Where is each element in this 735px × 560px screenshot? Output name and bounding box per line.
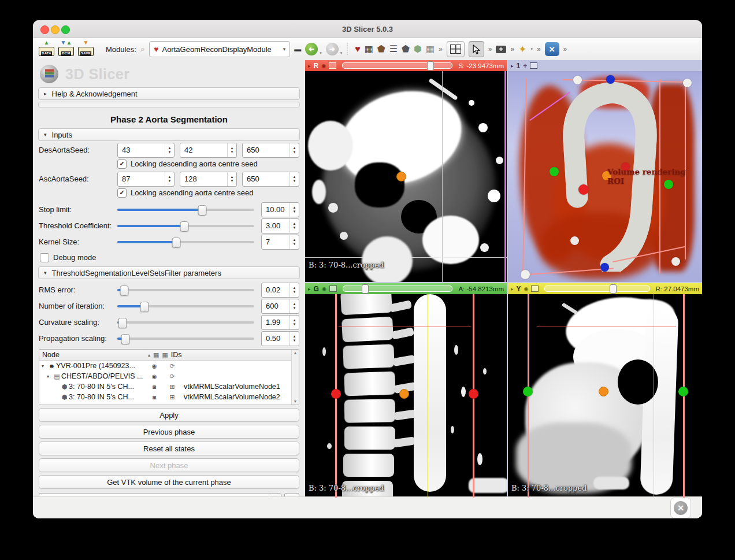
favorite-module-segment-icon[interactable]: ⬟ [402,44,410,54]
crosshair-plus-icon[interactable]: + [523,62,527,70]
error-log-close-button[interactable]: ✕ [670,498,691,518]
mouse-mode-overflow-chevron[interactable]: » [488,45,492,53]
caret-down-icon[interactable]: ▾ [42,364,47,369]
spinner-arrows[interactable]: ▲▼ [165,172,174,186]
spinner-arrows[interactable]: ▲▼ [289,203,299,217]
roi-corner-handle[interactable] [573,76,582,84]
tree-scrollbar[interactable]: ▲▼ [291,350,299,405]
lock-descending-checkbox[interactable]: ✓ [117,160,127,169]
threshold-coefficient-spinbox[interactable]: ▲▼ [261,218,299,233]
iterations-input[interactable] [262,299,289,313]
spinner-arrows[interactable]: ▲▼ [289,283,299,297]
roi-corner-handle[interactable] [671,257,680,266]
volume-display-icon[interactable]: ◙ [148,394,161,400]
layout-selector-button[interactable] [447,41,465,57]
favorite-module-models-icon[interactable]: ⬢ [414,44,422,54]
descending-seed-marker[interactable] [396,172,406,181]
seed-marker[interactable] [399,389,409,399]
filter-parameters-section[interactable]: ▾ ThresholdSegmentationLevelSetsFilter p… [38,266,300,279]
roi-face-handle[interactable] [550,167,559,176]
screenshot-capture-icon[interactable] [496,46,506,53]
stop-limit-spinbox[interactable]: ▲▼ [261,202,299,217]
spinner-arrows[interactable]: ▲▼ [289,143,299,157]
transform-icon[interactable]: ⟳ [161,373,184,380]
spinner-arrows[interactable]: ▲▼ [289,316,299,329]
collapse-chevron-icon[interactable]: ▸ [308,63,311,69]
slider-knob[interactable] [140,302,149,312]
curvature-scaling-slider[interactable] [117,321,254,324]
slider-knob[interactable] [121,334,130,344]
inputs-section[interactable]: ▾ Inputs [38,128,300,141]
slice-slider-handle[interactable] [610,284,617,294]
collapsed-separator-bar[interactable] [38,102,300,107]
des-seed-z-input[interactable] [243,143,289,157]
slider-knob[interactable] [118,318,127,328]
yellow-slice-slider[interactable] [544,285,649,292]
back-history-dropdown[interactable]: ▾ [320,51,322,55]
apply-button[interactable]: Apply [39,408,299,422]
module-search-icon[interactable]: ⌕ [140,44,145,54]
pushpin-icon[interactable]: ◉ [322,286,326,292]
yellow-slice-image[interactable]: B: 3: 70-8...cropped [508,294,702,498]
visibility-column-icon[interactable]: ▦ [153,351,159,359]
table-icon[interactable]: ⊞ [161,383,184,391]
slice-slider-handle[interactable] [362,284,369,294]
table-icon[interactable]: ⊞ [161,394,184,401]
slider-knob[interactable] [180,221,189,232]
sort-indicator-icon[interactable]: ▴ [148,353,150,358]
spinner-arrows[interactable]: ▲▼ [289,219,299,233]
roi-corner-handle[interactable] [521,270,530,279]
spinner-arrows[interactable]: ▲▼ [289,299,299,313]
favorites-overflow-chevron[interactable]: » [439,45,443,53]
spinner-arrows[interactable]: ▲▼ [227,172,236,186]
des-seed-y-spinbox[interactable]: ▲▼ [180,143,237,158]
roi-handle[interactable] [523,387,533,396]
des-seed-z-spinbox[interactable]: ▲▼ [242,143,299,158]
favorite-module-volumes-icon[interactable]: ▦ [365,44,373,54]
visibility-eye-icon[interactable]: ◉ [148,373,161,380]
iterations-spinbox[interactable]: ▲▼ [261,299,299,314]
previous-phase-button[interactable]: Previous phase [39,425,299,439]
rms-error-slider[interactable] [117,289,254,291]
collapse-chevron-icon[interactable]: ▸ [511,286,514,292]
module-history-forward-button[interactable]: ➜ [326,43,339,55]
kernel-size-slider[interactable] [117,241,254,243]
view-link-icon[interactable] [329,62,336,69]
green-slice-slider[interactable] [343,285,453,292]
spinner-arrows[interactable]: ▲▼ [165,143,174,157]
favorite-module-welcome-icon[interactable]: ⬟ [377,44,385,54]
slider-knob[interactable] [198,205,206,216]
asc-seed-y-input[interactable] [180,172,227,186]
transform-icon[interactable]: ⟳ [161,362,184,370]
collapse-chevron-icon[interactable]: ▸ [308,286,311,292]
extensions-overflow-chevron[interactable]: » [563,45,567,53]
pushpin-icon[interactable]: ◉ [524,286,529,292]
favorite-module-data-icon[interactable]: ☰ [389,44,398,54]
tree-row-patient[interactable]: ▾ ☻ YVR-001Pre (1450923... ◉ ⟳ [39,361,299,371]
roi-handle[interactable] [678,387,688,396]
red-slice-slider[interactable] [342,62,452,69]
view-link-icon[interactable] [329,285,337,292]
curvature-scaling-input[interactable] [262,316,289,329]
volume-display-icon[interactable]: ◙ [148,384,161,390]
stop-limit-input[interactable] [262,203,289,217]
mouse-mode-pointer-button[interactable] [469,41,484,57]
seed-marker[interactable] [599,387,608,396]
spinner-arrows[interactable]: ▲▼ [289,172,299,186]
get-vtk-volume-button[interactable]: Get VTK volume of the current phase [39,475,299,489]
reset-all-states-button[interactable]: Reset all states [39,442,299,455]
capture-overflow-chevron[interactable]: » [510,45,514,53]
asc-seed-x-input[interactable] [118,172,165,186]
subject-hierarchy-tree[interactable]: Node ▴ ▦ ▦ IDs ▾ ☻ YVR-001Pre (1450923..… [39,349,299,405]
propagation-scaling-slider[interactable] [117,338,254,340]
roi-face-handle[interactable] [606,75,615,84]
roi-handle[interactable] [331,389,341,399]
kernel-size-spinbox[interactable]: ▲▼ [261,235,299,250]
spinner-arrows[interactable]: ▲▼ [289,332,299,346]
module-selector-combo[interactable]: ♥ AortaGeomReconDisplayModule ▾ [149,41,290,57]
help-acknowledgement-section[interactable]: ▸ Help & Acknowledgement [38,87,300,100]
threed-render-area[interactable]: Volume rendering ROI [508,71,702,282]
node-column-header[interactable]: Node [42,351,145,359]
green-slice-image[interactable]: B: 3: 70-8...cropped [305,294,507,498]
roi-corner-handle[interactable] [683,79,692,87]
